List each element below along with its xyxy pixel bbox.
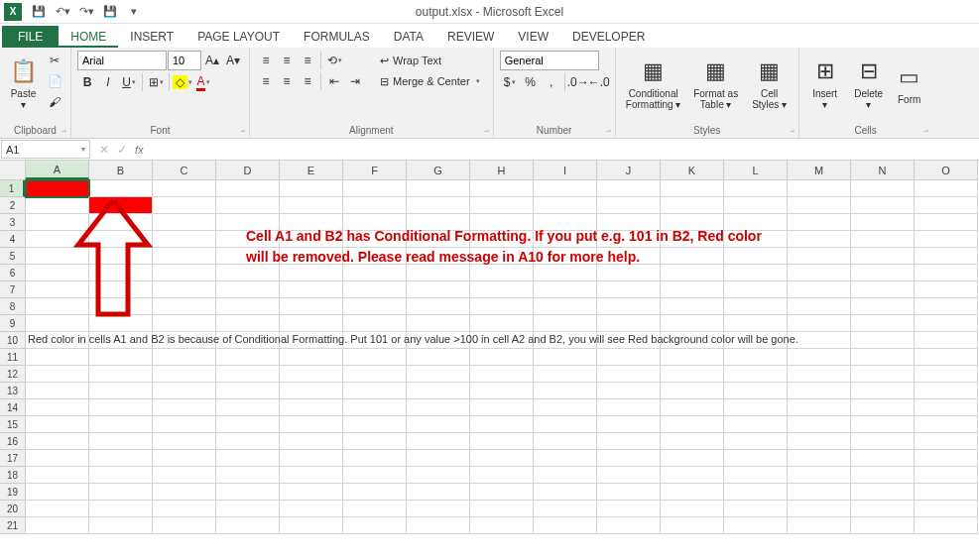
cell-D21[interactable] xyxy=(216,517,280,534)
cell-M17[interactable] xyxy=(788,450,851,467)
cell-C5[interactable] xyxy=(153,248,216,265)
cell-D9[interactable] xyxy=(216,315,280,332)
row-header-16[interactable]: 16 xyxy=(0,433,26,450)
cell-O13[interactable] xyxy=(915,383,978,399)
cell-B16[interactable] xyxy=(89,433,153,450)
cell-M12[interactable] xyxy=(788,366,851,383)
cell-G17[interactable] xyxy=(407,450,470,467)
cell-K11[interactable] xyxy=(661,349,724,366)
increase-indent-icon[interactable]: ⇥ xyxy=(345,71,365,91)
cell-F16[interactable] xyxy=(343,433,407,450)
cell-I11[interactable] xyxy=(534,349,597,366)
cell-O20[interactable] xyxy=(915,501,978,517)
cell-O8[interactable] xyxy=(915,298,978,315)
cell-H7[interactable] xyxy=(470,281,534,298)
cell-A19[interactable] xyxy=(26,484,89,501)
cell-C8[interactable] xyxy=(153,298,216,315)
cell-L7[interactable] xyxy=(724,281,788,298)
cell-L1[interactable] xyxy=(724,180,788,197)
cell-N9[interactable] xyxy=(851,315,915,332)
align-center-icon[interactable]: ≡ xyxy=(277,71,297,91)
cell-L14[interactable] xyxy=(724,399,788,416)
cell-E9[interactable] xyxy=(280,315,343,332)
cell-C19[interactable] xyxy=(153,484,216,501)
col-header-G[interactable]: G xyxy=(407,161,470,180)
cell-J19[interactable] xyxy=(597,484,661,501)
cell-G19[interactable] xyxy=(407,484,470,501)
cell-E17[interactable] xyxy=(280,450,343,467)
formula-input[interactable] xyxy=(152,139,979,160)
cell-G16[interactable] xyxy=(407,433,470,450)
cell-I9[interactable] xyxy=(534,315,597,332)
cell-N13[interactable] xyxy=(851,383,915,399)
cell-G8[interactable] xyxy=(407,298,470,315)
cell-F14[interactable] xyxy=(343,399,407,416)
cell-E13[interactable] xyxy=(280,383,343,399)
cell-M11[interactable] xyxy=(788,349,851,366)
select-all-corner[interactable] xyxy=(0,161,26,180)
cell-E14[interactable] xyxy=(280,399,343,416)
col-header-F[interactable]: F xyxy=(343,161,407,180)
col-header-K[interactable]: K xyxy=(661,161,724,180)
wrap-text-button[interactable]: ↩Wrap Text xyxy=(373,51,487,70)
cell-L16[interactable] xyxy=(724,433,788,450)
cell-styles-button[interactable]: ▦ Cell Styles ▾ xyxy=(747,51,793,116)
cell-B13[interactable] xyxy=(89,383,153,399)
cell-H9[interactable] xyxy=(470,315,534,332)
cell-A12[interactable] xyxy=(26,366,89,383)
cell-L20[interactable] xyxy=(724,501,788,517)
qat-save2-icon[interactable]: 💾 xyxy=(99,2,121,22)
cell-L12[interactable] xyxy=(724,366,788,383)
cell-L8[interactable] xyxy=(724,298,788,315)
increase-decimal-icon[interactable]: .0→ xyxy=(568,72,588,92)
cell-G18[interactable] xyxy=(407,467,470,484)
font-size-combo[interactable] xyxy=(168,51,201,70)
cell-D11[interactable] xyxy=(216,349,280,366)
cell-F17[interactable] xyxy=(343,450,407,467)
cell-O15[interactable] xyxy=(915,416,978,433)
cell-G2[interactable] xyxy=(407,197,470,214)
cell-M2[interactable] xyxy=(788,197,851,214)
row-header-4[interactable]: 4 xyxy=(0,231,26,248)
cell-K18[interactable] xyxy=(661,467,724,484)
cell-N12[interactable] xyxy=(851,366,915,383)
col-header-H[interactable]: H xyxy=(470,161,534,180)
cell-I12[interactable] xyxy=(534,366,597,383)
cell-B20[interactable] xyxy=(89,501,153,517)
cell-G15[interactable] xyxy=(407,416,470,433)
tab-developer[interactable]: DEVELOPER xyxy=(560,26,657,48)
cell-A15[interactable] xyxy=(26,416,89,433)
cell-N21[interactable] xyxy=(851,517,915,534)
cell-L19[interactable] xyxy=(724,484,788,501)
col-header-C[interactable]: C xyxy=(153,161,216,180)
cell-D17[interactable] xyxy=(216,450,280,467)
worksheet-grid[interactable]: ABCDEFGHIJKLMNO 123456789101112131415161… xyxy=(0,161,979,560)
cell-C4[interactable] xyxy=(153,231,216,248)
row-header-13[interactable]: 13 xyxy=(0,383,26,399)
cell-N3[interactable] xyxy=(851,214,915,231)
currency-button[interactable]: $ xyxy=(500,72,520,92)
cell-B21[interactable] xyxy=(89,517,153,534)
cell-E8[interactable] xyxy=(280,298,343,315)
cell-C3[interactable] xyxy=(153,214,216,231)
cell-C15[interactable] xyxy=(153,416,216,433)
cell-G11[interactable] xyxy=(407,349,470,366)
cell-G9[interactable] xyxy=(407,315,470,332)
cell-M14[interactable] xyxy=(788,399,851,416)
percent-button[interactable]: % xyxy=(521,72,541,92)
align-middle-icon[interactable]: ≡ xyxy=(277,51,297,70)
cell-C13[interactable] xyxy=(153,383,216,399)
cell-I13[interactable] xyxy=(534,383,597,399)
cell-D19[interactable] xyxy=(216,484,280,501)
format-as-table-button[interactable]: ▦ Format as Table ▾ xyxy=(689,51,743,116)
row-header-20[interactable]: 20 xyxy=(0,501,26,517)
cell-O5[interactable] xyxy=(915,248,978,265)
col-header-A[interactable]: A xyxy=(26,161,89,179)
cell-F11[interactable] xyxy=(343,349,407,366)
cell-C20[interactable] xyxy=(153,501,216,517)
cell-J12[interactable] xyxy=(597,366,661,383)
cell-F13[interactable] xyxy=(343,383,407,399)
row-header-12[interactable]: 12 xyxy=(0,366,26,383)
cell-C14[interactable] xyxy=(153,399,216,416)
cell-O6[interactable] xyxy=(915,265,978,281)
